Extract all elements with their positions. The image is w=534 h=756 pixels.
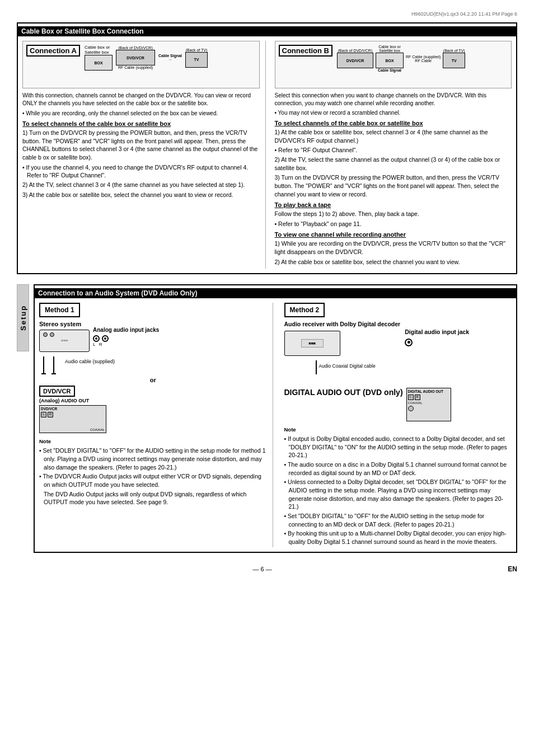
note-right-bullet5: • By hooking this unit up to a Multi-cha…: [284, 529, 512, 546]
connection-a-diagram: Connection A Cable box or Satellite box …: [22, 41, 260, 88]
left-step-2: 2) At the TV, select channel 3 or 4 (the…: [22, 181, 260, 189]
playback-title: To play back a tape: [275, 201, 512, 208]
method1-label: Method 1: [39, 303, 80, 317]
conn-b-dvdvcr: DVD/VCR: [337, 53, 373, 68]
section1-title: Cable Box or Satellite Box Connection: [18, 26, 516, 36]
conn-a-tv: TV: [185, 52, 208, 68]
note-right-bullet3: • Unless connected to a Dolby Digital de…: [284, 478, 512, 511]
dvdvcr-out-label: DVD/VCR (Analog) AUDIO OUT: [39, 386, 106, 403]
conn-a-dvdvcr: DVD/VCR: [116, 50, 155, 65]
note-left-title: Note: [39, 438, 267, 445]
left-step-3: 3) At the cable box or satellite box, se…: [22, 191, 260, 199]
right-steps: 1) At the cable box or satellite box, se…: [275, 128, 512, 199]
digital-out-label: DIGITAL AUDIO OUT (DVD only): [284, 388, 403, 397]
note-left: Note • Set "DOLBY DIGITAL" to "OFF" for …: [39, 438, 267, 506]
right-step-3: 3) Turn on the DVD/VCR by pressing the P…: [275, 173, 512, 198]
page-header: H9602UD(EN)v1.qx3 04.2.20 11:41 PM Page …: [17, 11, 517, 17]
view-title: To view one channel while recording anot…: [275, 231, 512, 238]
view-step2: 2) At the cable box or satellite box, se…: [275, 258, 512, 266]
playback-steps: Follow the steps 1) to 2) above. Then, p…: [275, 210, 512, 228]
right-subsection-title: To select channels of the cable box or s…: [275, 120, 512, 126]
note-left-bullet3: The DVD Audio Output jacks will only out…: [39, 490, 267, 506]
audio-device-icon: ≡≡≡: [61, 339, 68, 342]
audio-cable-label: Audio cable (supplied): [65, 359, 115, 364]
analog-jack-label: Analog audio input jacks: [93, 326, 159, 334]
note-right-bullet1: • If output is Dolby Digital encoded aud…: [284, 435, 512, 459]
conn-a-device1: BOX: [85, 55, 113, 71]
view-step1: 1) While you are recording on the DVD/VC…: [275, 240, 512, 256]
note-right-title: Note: [284, 426, 512, 433]
playback-step1: Follow the steps 1) to 2) above. Then, p…: [275, 210, 512, 218]
left-step-bullet1: • If you use the channel 4, you need to …: [22, 163, 260, 180]
note-right: Note • If output is Dolby Digital encode…: [284, 426, 512, 546]
conn-b-label: Connection B: [279, 45, 333, 57]
left-intro: With this connection, channels cannot be…: [22, 92, 260, 107]
right-step-1: 1) At the cable box or satellite box, se…: [275, 128, 512, 144]
conn-b-tv: TV: [443, 53, 465, 68]
conn-a-label: Connection A: [26, 45, 80, 57]
section1-box: Cable Box or Satellite Box Connection Co…: [17, 22, 517, 274]
method1-col: Method 1 Stereo system ≡≡≡: [39, 303, 273, 547]
left-steps: 1) Turn on the DVD/VCR by pressing the P…: [22, 129, 260, 199]
digital-jack-label: Digital audio input jack: [405, 328, 469, 336]
section2-title: Connection to an Audio System (DVD Audio…: [35, 288, 516, 298]
method2-label: Method 2: [284, 303, 325, 317]
section1-left-col: Connection A Cable box or Satellite box …: [22, 41, 266, 269]
audio-receiver-label: Audio receiver with Dolby Digital decode…: [284, 321, 401, 328]
or-label: or: [39, 377, 267, 383]
view-steps: 1) While you are recording on the DVD/VC…: [275, 240, 512, 266]
right-step-2: 2) At the TV, select the same channel as…: [275, 156, 512, 172]
left-step-1: 1) Turn on the DVD/VCR by pressing the P…: [22, 129, 260, 162]
note-left-bullet1: • Set "DOLBY DIGITAL" to "OFF" for the A…: [39, 447, 267, 471]
page-number: — 6 —: [17, 566, 508, 572]
right-intro: Select this connection when you want to …: [275, 92, 512, 107]
method1-diagram: Stereo system ≡≡≡ Analog audio input jac…: [39, 321, 267, 433]
note-right-bullet2: • The audio source on a disc in a Dolby …: [284, 461, 512, 477]
method2-diagram: Audio receiver with Dolby Digital decode…: [284, 321, 512, 421]
sidebar-setup-tab: Setup: [17, 284, 29, 351]
lang-label: EN: [508, 565, 517, 573]
section1-right-col: Connection B (Back of DVD/VCR) DVD/VCR C…: [271, 41, 512, 269]
connection-b-diagram: Connection B (Back of DVD/VCR) DVD/VCR C…: [275, 41, 512, 88]
left-subsection-title: To select channels of the cable box or s…: [22, 120, 260, 127]
left-bullet1: • While you are recording, only the chan…: [22, 110, 260, 118]
section2-box: Connection to an Audio System (DVD Audio…: [34, 284, 517, 553]
method2-col: Method 2 Audio receiver with Dolby Digit…: [281, 303, 512, 547]
right-step-bullet1: • Refer to "RF Output Channel".: [275, 146, 512, 154]
conn-b-box: BOX: [376, 53, 404, 68]
right-bullet1: • You may not view or record a scrambled…: [275, 109, 512, 117]
note-right-bullet4: • Set "DOLBY DIGITAL" to "OFF" for the A…: [284, 512, 512, 528]
stereo-label: Stereo system: [39, 321, 90, 327]
playback-step2: • Refer to "Playback" on page 11.: [275, 220, 512, 228]
note-left-bullet2: • The DVD/VCR Audio Output jacks will ou…: [39, 472, 267, 489]
